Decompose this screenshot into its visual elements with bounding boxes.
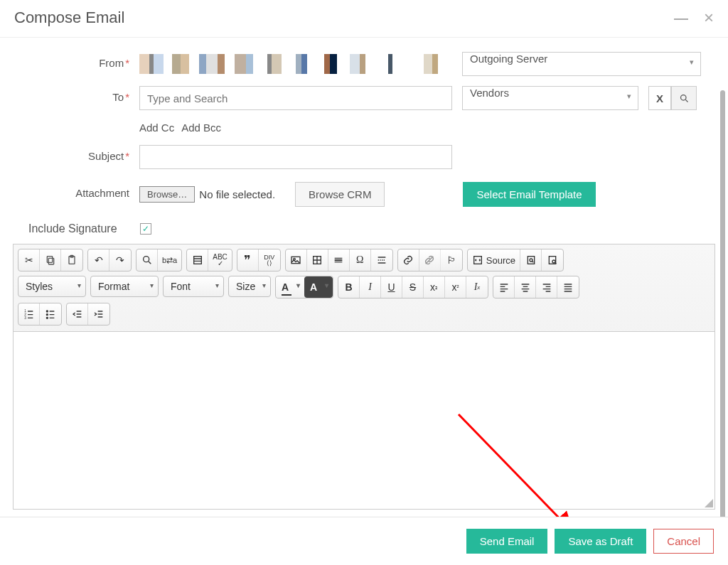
format-dropdown[interactable]: Format (90, 276, 159, 297)
bullet-list-icon[interactable] (40, 303, 61, 325)
unlink-icon[interactable] (419, 249, 441, 271)
italic-icon[interactable]: I (360, 276, 381, 298)
svg-rect-8 (193, 257, 201, 264)
svg-rect-24 (528, 257, 534, 264)
modal-body: From* Outgoing Server To* Vendors X (0, 38, 728, 510)
redo-icon[interactable]: ↷ (109, 249, 131, 271)
editor-container: ✂ ↶ ↷ b⇄a (13, 244, 715, 510)
spellcheck-icon[interactable]: ABC✓ (208, 249, 232, 271)
select-email-template-button[interactable]: Select Email Template (463, 182, 595, 207)
lookup-recipient-button[interactable] (671, 86, 697, 110)
add-bcc-link[interactable]: Add Bcc (181, 122, 221, 134)
subscript-icon[interactable]: x₂ (424, 276, 445, 298)
bold-icon[interactable]: B (338, 276, 360, 298)
from-label: From* (13, 52, 139, 69)
svg-point-52 (46, 311, 48, 312)
align-left-icon[interactable] (493, 276, 515, 298)
strike-icon[interactable]: S (402, 276, 424, 298)
modal-title: Compose Email (14, 9, 124, 27)
svg-line-1 (685, 99, 687, 102)
blockquote-icon[interactable]: ❞ (237, 249, 259, 271)
horizontal-rule-icon[interactable] (328, 249, 350, 271)
styles-dropdown[interactable]: Styles (18, 276, 86, 297)
svg-rect-2 (48, 258, 53, 264)
scrollbar[interactable] (720, 90, 725, 552)
special-char-icon[interactable]: Ω (350, 249, 371, 271)
close-icon[interactable]: × (704, 13, 714, 23)
superscript-icon[interactable]: x² (445, 276, 466, 298)
font-dropdown[interactable]: Font (163, 276, 224, 297)
undo-icon[interactable]: ↶ (88, 249, 109, 271)
outdent-icon[interactable] (67, 303, 88, 325)
to-label: To* (13, 86, 139, 103)
resize-handle-icon[interactable] (705, 499, 713, 507)
bg-color-dropdown[interactable]: A (304, 276, 333, 298)
no-file-text: No file selected. (199, 188, 275, 200)
print-icon[interactable] (542, 249, 563, 271)
svg-line-7 (149, 262, 151, 264)
include-signature-label: Include Signature (28, 222, 117, 235)
send-email-button[interactable]: Send Email (466, 529, 548, 554)
outgoing-server-select[interactable]: Outgoing Server (462, 52, 701, 76)
svg-line-26 (532, 261, 533, 262)
anchor-icon[interactable]: 🏳 (441, 249, 462, 271)
from-address-redacted (139, 54, 452, 74)
align-center-icon[interactable] (515, 276, 536, 298)
indent-icon[interactable] (88, 303, 109, 325)
div-container-icon[interactable]: DIV⟨⟩ (259, 249, 280, 271)
find-icon[interactable] (136, 249, 158, 271)
subject-input[interactable] (139, 145, 452, 169)
svg-point-56 (46, 317, 48, 318)
svg-rect-3 (47, 257, 52, 263)
copy-icon[interactable] (40, 249, 61, 271)
save-as-draft-button[interactable]: Save as Draft (555, 529, 646, 554)
link-icon[interactable] (398, 249, 419, 271)
subject-label: Subject* (13, 145, 139, 162)
minimize-icon[interactable]: — (674, 10, 688, 26)
cut-icon[interactable]: ✂ (18, 249, 40, 271)
svg-text:3: 3 (24, 316, 26, 320)
include-signature-checkbox[interactable]: ✓ (140, 223, 151, 235)
replace-icon[interactable]: b⇄a (158, 249, 181, 271)
svg-point-0 (680, 95, 686, 100)
align-right-icon[interactable] (536, 276, 557, 298)
add-cc-link[interactable]: Add Cc (139, 122, 174, 134)
select-all-icon[interactable] (187, 249, 208, 271)
editor-body[interactable] (14, 331, 714, 509)
attachment-label: Attachment (13, 182, 139, 199)
modal-header: Compose Email — × (0, 0, 728, 38)
paste-icon[interactable] (61, 249, 82, 271)
table-icon[interactable] (307, 249, 328, 271)
justify-icon[interactable] (557, 276, 579, 298)
svg-point-54 (46, 314, 48, 316)
remove-format-icon[interactable]: Ix (466, 276, 488, 298)
underline-icon[interactable]: U (381, 276, 402, 298)
browse-crm-button[interactable]: Browse CRM (295, 182, 385, 207)
to-input[interactable] (139, 86, 452, 110)
svg-point-6 (143, 257, 149, 262)
preview-icon[interactable] (520, 249, 542, 271)
page-break-icon[interactable] (371, 249, 392, 271)
modal-footer: Send Email Save as Draft Cancel (0, 517, 728, 565)
size-dropdown[interactable]: Size (228, 276, 271, 297)
clear-recipient-button[interactable]: X (648, 86, 671, 110)
source-button[interactable]: Source (468, 249, 520, 271)
text-color-dropdown[interactable]: A (276, 276, 304, 298)
image-icon[interactable] (286, 249, 307, 271)
browse-file-button[interactable]: Browse… (139, 186, 195, 203)
numbered-list-icon[interactable]: 123 (18, 303, 40, 325)
recipient-type-select[interactable]: Vendors (462, 86, 638, 110)
cancel-button[interactable]: Cancel (653, 529, 714, 554)
